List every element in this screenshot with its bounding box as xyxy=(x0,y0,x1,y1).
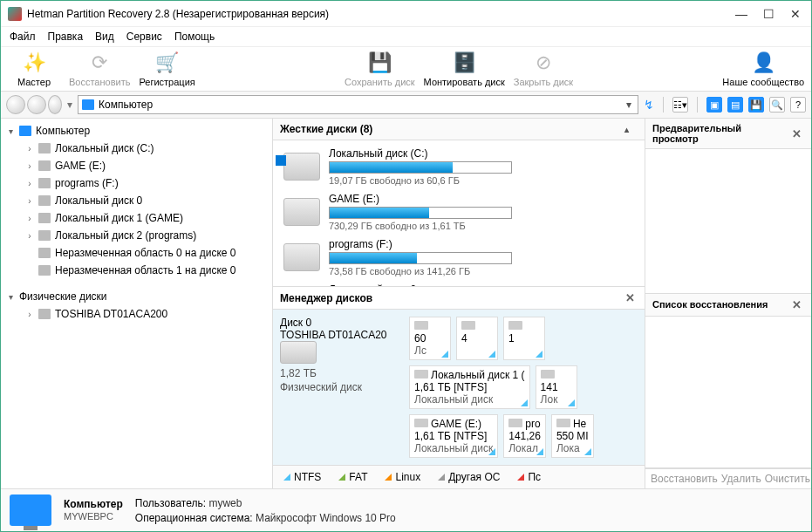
partition-block[interactable]: 1 xyxy=(503,317,545,360)
partition-block[interactable]: GAME (E:)1,61 ТБ [NTFS]Локальный диск xyxy=(409,414,498,458)
collapse-icon[interactable]: ▾ xyxy=(6,126,15,136)
close-disk-button[interactable]: ⊘ Закрыть диск xyxy=(514,51,573,87)
view-options-icon[interactable]: ☷▾ xyxy=(672,97,688,113)
drives-panel-header: Жесткие диски (8) ▴ xyxy=(273,119,645,140)
menu-view[interactable]: Вид xyxy=(95,31,114,43)
tree-computer[interactable]: ▾ Компьютер xyxy=(1,122,272,140)
part-icon xyxy=(414,419,428,427)
partition-block[interactable]: Не550 МІЛока xyxy=(551,414,594,458)
collapse-icon[interactable]: ▴ xyxy=(624,125,629,134)
drive-usage-bar xyxy=(329,252,512,264)
drive-status: 73,58 ГБ свободно из 141,26 ГБ xyxy=(329,266,634,276)
fs-legend: NTFS FAT Linux Другая ОС Пс xyxy=(273,465,645,488)
recovery-actions: Восстановить Удалить Очистить xyxy=(645,468,811,488)
nav-up-button[interactable] xyxy=(48,95,62,114)
tree-item[interactable]: ›Локальный диск 2 (programs) xyxy=(20,227,272,244)
part-icon xyxy=(414,321,428,330)
partition-block[interactable]: 141Лок xyxy=(536,365,577,409)
toggle-view1-icon[interactable]: ▣ xyxy=(706,97,722,113)
menu-file[interactable]: Файл xyxy=(10,31,36,43)
close-button[interactable]: ✕ xyxy=(790,7,801,21)
recover-action[interactable]: Восстановить xyxy=(651,473,718,485)
recover-icon: ⟳ xyxy=(85,51,113,75)
disk-mount-icon: 🗄️ xyxy=(450,51,478,75)
part-icon xyxy=(556,419,570,427)
nav-back-button[interactable] xyxy=(6,95,25,114)
disk-summary: Диск 0 TOSHIBA DT01ACA20 1,82 ТБ Физичес… xyxy=(280,317,402,458)
drive-item[interactable]: programs (F:) 73,58 ГБ свободно из 141,2… xyxy=(273,235,645,280)
tree-item[interactable]: ›Локальный диск (C:) xyxy=(20,140,272,157)
person-icon: 👤 xyxy=(749,51,777,75)
close-icon[interactable]: ✕ xyxy=(789,127,804,140)
partition-block[interactable]: 60Лс xyxy=(409,317,451,360)
part-icon xyxy=(461,321,475,330)
minimize-button[interactable]: — xyxy=(735,7,747,21)
tree-item[interactable]: Неразмеченная область 1 на диске 0 xyxy=(20,262,272,279)
drive-name: Локальный диск (C:) xyxy=(329,147,634,160)
drive-list: Локальный диск (C:) 19,07 ГБ свободно из… xyxy=(273,140,645,286)
menu-edit[interactable]: Правка xyxy=(48,31,84,43)
close-icon[interactable]: ✕ xyxy=(789,298,804,311)
close-icon[interactable]: ✕ xyxy=(623,291,638,304)
part-icon xyxy=(508,419,522,427)
drive-icon xyxy=(283,243,320,271)
tree-item[interactable]: ›TOSHIBA DT01ACA200 xyxy=(20,305,272,323)
drive-name: GAME (E:) xyxy=(329,193,634,205)
search-icon[interactable]: 🔍 xyxy=(769,97,785,113)
cart-icon: 🛒 xyxy=(154,51,181,75)
drive-item[interactable]: Локальный диск (C:) 19,07 ГБ свободно из… xyxy=(273,144,645,189)
title-bar: Hetman Partition Recovery 2.8 (Незарегис… xyxy=(1,1,811,27)
address-input[interactable] xyxy=(99,99,624,111)
part-icon xyxy=(508,321,522,330)
recover-button[interactable]: ⟳ Восстановить xyxy=(69,51,130,87)
tree-item[interactable]: ›programs (F:) xyxy=(20,174,272,192)
drive-item[interactable]: GAME (E:) 730,29 ГБ свободно из 1,61 ТБ xyxy=(273,189,645,235)
mount-disk-button[interactable]: 🗄️ Монтировать диск xyxy=(424,51,505,87)
computer-icon xyxy=(82,99,94,110)
partition-block[interactable]: 4 xyxy=(456,317,498,360)
drive-usage-bar xyxy=(329,161,512,174)
sidebar-tree: ▾ Компьютер ›Локальный диск (C:) ›GAME (… xyxy=(1,119,273,488)
tree-computer-children: ›Локальный диск (C:) ›GAME (E:) ›program… xyxy=(1,140,272,279)
nav-dropdown-icon[interactable]: ▾ xyxy=(67,99,72,111)
refresh-icon[interactable]: ↯ xyxy=(644,98,654,112)
menu-service[interactable]: Сервис xyxy=(126,31,162,43)
toggle-view2-icon[interactable]: ▤ xyxy=(727,97,743,113)
partition-block[interactable]: pro141,26Локал xyxy=(503,414,546,458)
clear-action[interactable]: Очистить xyxy=(765,473,810,485)
tree-item[interactable]: ›Локальный диск 0 xyxy=(20,192,272,209)
status-bar: Компьютер MYWEBPC Пользователь: myweb Оп… xyxy=(1,488,811,531)
help-icon[interactable]: ? xyxy=(790,97,806,113)
save-icon[interactable]: 💾 xyxy=(748,97,764,113)
computer-large-icon xyxy=(10,494,51,526)
drive-item[interactable]: Локальный диск 0 Общий размер: 482 МБ xyxy=(273,280,645,286)
tree-physical[interactable]: ▾ Физические диски xyxy=(1,288,272,305)
drive-icon xyxy=(283,153,320,181)
wizard-button[interactable]: ✨ Мастер xyxy=(8,51,60,87)
wand-icon: ✨ xyxy=(20,51,48,75)
save-disk-button[interactable]: 💾 Сохранить диск xyxy=(345,51,415,87)
maximize-button[interactable]: ☐ xyxy=(763,7,774,21)
hdd-icon xyxy=(38,309,51,319)
address-combo[interactable]: ▾ xyxy=(78,95,638,114)
partition-block[interactable]: Локальный диск 1 (1,61 ТБ [NTFS]Локальны… xyxy=(409,365,530,409)
chevron-down-icon[interactable]: ▾ xyxy=(624,99,634,111)
hdd-icon xyxy=(280,341,317,364)
delete-action[interactable]: Удалить xyxy=(721,473,761,485)
nav-forward-button[interactable] xyxy=(27,95,46,114)
tree-item[interactable]: Неразмеченная область 0 на диске 0 xyxy=(20,244,272,262)
preview-panel-header: Предварительный просмотр ✕ xyxy=(645,119,811,149)
disk-manager-panel: Менеджер дисков ✕ Диск 0 TOSHIBA DT01ACA… xyxy=(273,286,645,488)
drive-icon xyxy=(38,178,51,188)
tree-item[interactable]: ›Локальный диск 1 (GAME) xyxy=(20,209,272,227)
status-computer-label: Компьютер xyxy=(64,498,123,510)
community-button[interactable]: 👤 Наше сообщество xyxy=(722,51,804,87)
register-button[interactable]: 🛒 Регистрация xyxy=(139,51,194,87)
part-icon xyxy=(541,370,555,379)
drive-icon xyxy=(38,160,51,171)
computer-icon xyxy=(19,126,31,136)
tree-item[interactable]: ›GAME (E:) xyxy=(20,157,272,174)
menu-bar: Файл Правка Вид Сервис Помощь xyxy=(1,27,811,47)
menu-help[interactable]: Помощь xyxy=(174,31,215,43)
collapse-icon[interactable]: ▾ xyxy=(6,292,15,302)
